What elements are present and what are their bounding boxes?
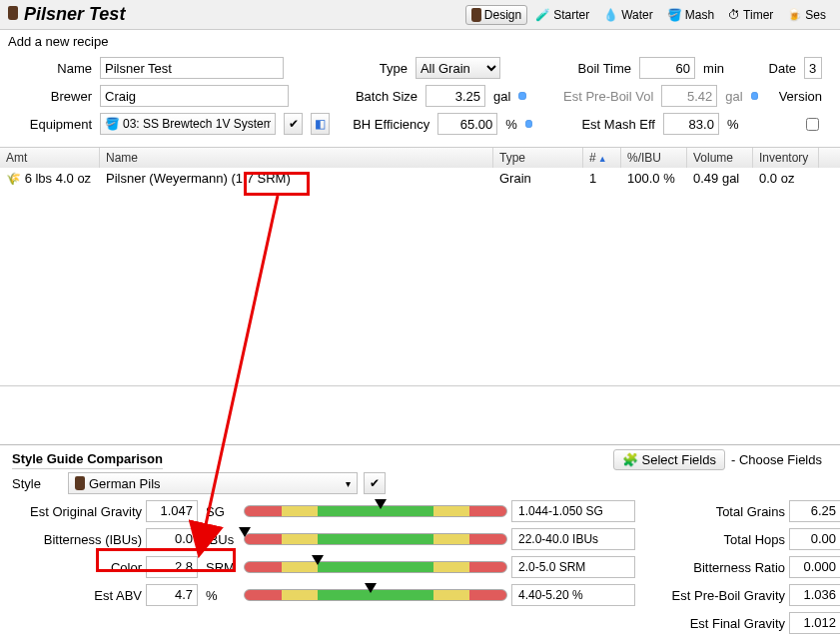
- sort-asc-icon: ▲: [598, 154, 607, 164]
- total-hops-value: 0.00: [789, 528, 840, 550]
- ibu-value: 0.0: [146, 528, 198, 550]
- mash-eff-input[interactable]: [663, 113, 719, 135]
- cell-name: Pilsner (Weyermann): [106, 171, 228, 186]
- cell-vol: 0.49 gal: [687, 168, 753, 189]
- puzzle-icon: 🧩: [622, 452, 638, 467]
- version-label: Version: [766, 89, 822, 104]
- ibu-range: 22.0-40.0 IBUs: [511, 528, 635, 550]
- tab-water[interactable]: 💧Water: [597, 5, 659, 25]
- abv-marker-icon: [365, 583, 377, 593]
- og-marker-icon: [375, 499, 387, 509]
- batch-size-label: Batch Size: [314, 89, 418, 104]
- type-select[interactable]: All Grain: [416, 57, 500, 79]
- abv-range-bar: [244, 589, 507, 601]
- select-fields-button[interactable]: 🧩Select Fields: [613, 449, 725, 470]
- tab-starter-label: Starter: [553, 8, 589, 22]
- bh-eff-unit: %: [505, 117, 517, 132]
- design-icon: [471, 8, 481, 22]
- col-name[interactable]: Name: [100, 148, 493, 168]
- batch-size-input[interactable]: [425, 85, 485, 107]
- abv-unit: %: [206, 588, 240, 603]
- style-value: German Pils: [89, 476, 161, 491]
- equipment-select[interactable]: 🪣 03: SS Brewtech 1V System (Smal: [100, 113, 276, 135]
- og-value: 1.047: [146, 500, 198, 522]
- cell-srm: (1.7 SRM): [231, 171, 290, 186]
- color-marker-icon: [312, 555, 324, 565]
- name-input[interactable]: [100, 57, 284, 79]
- equipment-tool-button[interactable]: ✔︎: [284, 113, 303, 135]
- equipment-scale-button[interactable]: ◧: [311, 113, 330, 135]
- tab-starter[interactable]: 🧪Starter: [529, 5, 595, 25]
- tab-mash-label: Mash: [685, 8, 714, 22]
- grain-icon: 🌾: [6, 172, 21, 186]
- col-inv[interactable]: Inventory: [753, 148, 819, 168]
- type-label: Type: [348, 61, 408, 76]
- tab-session-label: Ses: [805, 8, 826, 22]
- mash-eff-label: Est Mash Eff: [563, 117, 655, 132]
- mash-icon: 🪣: [667, 8, 682, 22]
- cell-num: 1: [583, 168, 621, 189]
- style-select[interactable]: German Pils ▾: [68, 472, 358, 494]
- tab-design-label: Design: [484, 8, 521, 22]
- tab-session[interactable]: 🍺Ses: [781, 5, 832, 25]
- tab-design[interactable]: Design: [465, 5, 527, 25]
- og-range-bar: [244, 505, 507, 517]
- col-vol[interactable]: Volume: [687, 148, 753, 168]
- boil-time-label: Boil Time: [543, 61, 631, 76]
- ibu-unit: IBUs: [206, 532, 240, 547]
- color-value: 2.8: [146, 556, 198, 578]
- bitterness-ratio-label: Bitterness Ratio: [645, 560, 785, 575]
- boil-time-unit: min: [703, 61, 724, 76]
- style-guide-panel: Style Guide Comparison 🧩Select Fields - …: [0, 444, 840, 638]
- boil-time-input[interactable]: [639, 57, 695, 79]
- equipment-label: Equipment: [18, 117, 92, 132]
- water-drop-icon: 💧: [603, 8, 618, 22]
- bitterness-ratio-value: 0.000: [789, 556, 840, 578]
- table-row[interactable]: 🌾 6 lbs 4.0 oz Pilsner (Weyermann) (1.7 …: [0, 168, 840, 189]
- style-glass-icon: [75, 476, 85, 490]
- color-unit: SRM: [206, 560, 240, 575]
- final-g-label: Est Final Gravity: [645, 616, 785, 631]
- recipe-form: Name Type All Grain Boil Time min Date B…: [0, 55, 840, 147]
- og-unit: SG: [206, 504, 240, 519]
- col-amt[interactable]: Amt: [0, 148, 100, 168]
- color-range-bar: [244, 561, 507, 573]
- batch-size-unit: gal: [493, 89, 510, 104]
- total-hops-label: Total Hops: [645, 532, 785, 547]
- cell-pct: 100.0 %: [621, 168, 687, 189]
- info-dot-icon[interactable]: [525, 120, 532, 128]
- equipment-icon: 🪣: [105, 117, 120, 131]
- col-num[interactable]: #▲: [583, 148, 621, 168]
- bh-eff-input[interactable]: [437, 113, 497, 135]
- cell-inv: 0.0 oz: [753, 168, 819, 189]
- style-panel-title: Style Guide Comparison: [12, 451, 163, 469]
- brewer-input[interactable]: [100, 85, 289, 107]
- tab-timer-label: Timer: [743, 8, 773, 22]
- subtitle: Add a new recipe: [0, 30, 840, 55]
- title-bar: Pilsner Test Design 🧪Starter 💧Water 🪣Mas…: [0, 0, 840, 30]
- select-fields-label: Select Fields: [642, 452, 716, 467]
- ingredients-table: Amt Name Type #▲ %/IBU Volume Inventory …: [0, 147, 840, 386]
- col-type[interactable]: Type: [493, 148, 583, 168]
- brewer-label: Brewer: [18, 89, 92, 104]
- cell-type: Grain: [493, 168, 583, 189]
- tab-mash[interactable]: 🪣Mash: [661, 5, 720, 25]
- locked-checkbox[interactable]: [806, 118, 819, 131]
- table-header: Amt Name Type #▲ %/IBU Volume Inventory: [0, 148, 840, 168]
- abv-label: Est ABV: [12, 588, 142, 603]
- info-dot-icon[interactable]: [518, 92, 525, 100]
- tab-timer[interactable]: ⏱Timer: [722, 5, 779, 25]
- col-pct[interactable]: %/IBU: [621, 148, 687, 168]
- equipment-value: 03: SS Brewtech 1V System (Smal: [123, 117, 271, 131]
- view-toolbar: Design 🧪Starter 💧Water 🪣Mash ⏱Timer 🍺Ses: [465, 5, 832, 25]
- date-input[interactable]: [804, 57, 822, 79]
- flask-icon: 🧪: [535, 8, 550, 22]
- ibu-range-bar: [244, 533, 507, 545]
- style-tool-button[interactable]: ✔︎: [364, 472, 386, 494]
- info-dot-icon[interactable]: [751, 92, 758, 100]
- abv-range: 4.40-5.20 %: [511, 584, 635, 606]
- bh-eff-label: BH Efficiency: [338, 117, 429, 132]
- cell-amt: 6 lbs 4.0 oz: [25, 171, 92, 186]
- tab-water-label: Water: [621, 8, 653, 22]
- preboil-label: Est Pre-Boil Vol: [545, 89, 653, 104]
